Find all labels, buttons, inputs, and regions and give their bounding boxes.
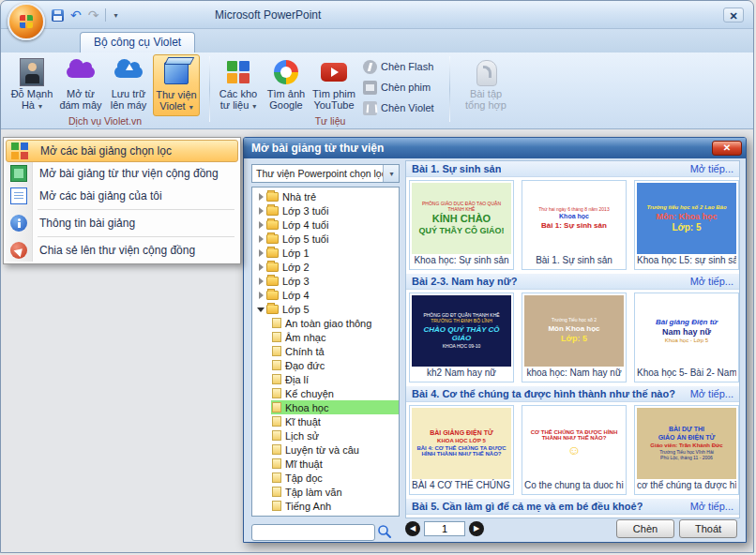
more-link[interactable]: Mở tiếp...: [690, 501, 733, 512]
lesson-thumbnail[interactable]: PHÒNG GIÁO DỤC ĐÀO TẠO QUẬN THANH KHÊKÍN…: [409, 180, 514, 270]
tree-item[interactable]: Tiếng Anh: [252, 499, 399, 513]
tree-item-label: Nhà trẻ: [282, 191, 316, 202]
lesson-thumbnail[interactable]: Thứ hai ngày 6 tháng 8 năm 2013Khoa họcB…: [522, 180, 627, 270]
qat-dropdown-icon[interactable]: ▾: [113, 11, 117, 20]
slide-text: Trường Tiểu học số 2: [552, 318, 597, 323]
tree-item[interactable]: Nhà trẻ: [252, 189, 399, 203]
next-page-button[interactable]: ▶: [469, 521, 484, 536]
collapse-arrow-icon[interactable]: [257, 305, 266, 314]
expand-arrow-icon[interactable]: [257, 192, 266, 202]
tree-item-label: Tiếng Anh: [285, 501, 331, 512]
slide-text: Nam hay nữ: [662, 327, 711, 337]
tree-item[interactable]: Lớp 1: [252, 246, 399, 260]
ribbon-button-violet-library[interactable]: Thư viện Violet ▾: [153, 54, 200, 116]
tab-bo-cong-cu-violet[interactable]: Bộ công cụ Violet: [80, 32, 195, 53]
expand-arrow-icon[interactable]: [257, 262, 266, 272]
tree-item[interactable]: Tập làm văn: [252, 485, 399, 499]
tree-item[interactable]: Kể chuyện: [252, 386, 399, 400]
powerpoint-window: ↶ ↷ ▾ Microsoft PowerPoint ✕ Bộ công cụ …: [0, 0, 754, 553]
menu-item-open-community-library[interactable]: Mở bài giảng từ thư viện cộng đồng: [6, 162, 238, 185]
thumbnail-row: PHÒNG GD-ĐT QUẬN THANH KHÊPHÒNG GIÁO DỤC…: [406, 515, 739, 518]
lesson-thumbnail[interactable]: BÀI GIẢNG ĐIỆN TỬKHOA HỌC LỚP 5BÀI 4: CƠ…: [409, 405, 514, 495]
tree-item[interactable]: Lớp 5: [252, 302, 399, 316]
undo-icon[interactable]: ↶: [70, 8, 82, 22]
exit-button[interactable]: Thoát: [679, 519, 737, 538]
tree-item[interactable]: Lớp 3: [252, 274, 399, 288]
cloud-upload-icon: [114, 67, 143, 78]
dialog-title: Mở bài giảng từ thư viện: [244, 138, 746, 158]
ribbon-button-insert-movie[interactable]: Chèn phim: [363, 78, 444, 97]
ribbon-button-google-images[interactable]: Tìm ảnh Google: [263, 54, 310, 116]
menu-item-open-selected-lessons[interactable]: Mở các bài giảng chọn lọc: [6, 140, 238, 162]
folder-icon: [266, 277, 279, 286]
lesson-thumbnail[interactable]: Bài giảng Điện tửNam hay nữKhoa học - Lớ…: [634, 292, 739, 382]
tree-item[interactable]: Lớp 5 tuổi: [252, 232, 399, 246]
prev-page-button[interactable]: ◀: [405, 521, 420, 536]
folder-icon: [266, 220, 279, 230]
lesson-thumbnail[interactable]: PHÒNG GIÁO DỤC QUẬN THANH KHÊ: [634, 518, 739, 518]
lesson-thumbnail[interactable]: Trường Tiểu học số 2Môn Khoa họcLớp: 5kh…: [522, 292, 627, 382]
button-label: tư liệu: [220, 99, 249, 111]
office-button[interactable]: [8, 3, 45, 40]
tree-item[interactable]: Tập đọc: [252, 471, 399, 485]
ribbon-button-resource-stores[interactable]: Các kho tư liệu ▾: [215, 54, 262, 116]
menu-separator: [38, 236, 234, 237]
lesson-thumbnail[interactable]: CƠ THỂ CHÚNG TA ĐƯỢC HÌNH THÀNH NHƯ THẾ …: [522, 405, 627, 495]
ribbon-button-store-cloud[interactable]: Lưu trữ lên máy: [105, 54, 152, 116]
slide-preview: Bài giảng Điện tửNam hay nữKhoa học - Lớ…: [637, 295, 736, 367]
menu-item-open-my-lessons[interactable]: Mở các bài giảng của tôi: [6, 185, 238, 207]
expand-arrow-icon[interactable]: [257, 206, 266, 216]
insert-button[interactable]: Chèn: [616, 519, 674, 538]
search-input[interactable]: [251, 524, 375, 541]
tree-item[interactable]: Lịch sử: [252, 428, 399, 442]
tree-item[interactable]: Lớp 4 tuổi: [252, 218, 399, 232]
ribbon-button-youtube-search[interactable]: Tìm phim YouTube: [310, 54, 357, 116]
lesson-thumbnail[interactable]: [409, 518, 514, 518]
lesson-thumbnail[interactable]: PHÒNG GD ĐT QUẬN THANH KHÊTRƯỜNG TH ĐINH…: [409, 292, 514, 382]
tree-item[interactable]: Lớp 4: [252, 288, 399, 302]
library-select[interactable]: Thư viện Powerpoint chọn lọc ▾: [251, 164, 400, 183]
desktop: ↶ ↷ ▾ Microsoft PowerPoint ✕ Bộ công cụ …: [0, 0, 756, 555]
slide-text: CHÀO QUÝ THẦY CÔ GIÁO: [414, 325, 509, 342]
search-box: [251, 523, 392, 540]
ribbon-button-open-cloud[interactable]: Mở từ đám mây: [57, 54, 104, 116]
ribbon-button-insert-violet[interactable]: Chèn Violet: [363, 98, 444, 117]
tree-item[interactable]: Khoa học: [252, 400, 399, 414]
page-number-input[interactable]: [424, 521, 465, 536]
tree-item[interactable]: Đạo đức: [252, 358, 399, 372]
slide-text: Thứ hai ngày 6 tháng 8 năm 2013: [538, 207, 609, 213]
lesson-thumbnail[interactable]: Trường tiểu học số 2 Lao BảoMôn: Khoa họ…: [634, 180, 739, 270]
save-icon[interactable]: [52, 9, 64, 22]
menu-item-share-to-community[interactable]: Chia sẻ lên thư viện cộng đồng: [6, 239, 238, 262]
tree-item[interactable]: Luyện từ và câu: [252, 442, 399, 457]
ribbon-button-account[interactable]: Đỗ Mạnh Hà ▾: [8, 54, 55, 116]
more-link[interactable]: Mở tiếp...: [690, 388, 733, 399]
resource-grid-icon: [227, 61, 249, 83]
tree-item[interactable]: Âm nhạc: [252, 330, 399, 344]
search-icon[interactable]: [377, 524, 392, 539]
expand-arrow-icon[interactable]: [257, 220, 266, 230]
menu-item-lesson-info[interactable]: Thông tin bài giảng: [6, 212, 238, 234]
expand-arrow-icon[interactable]: [257, 234, 266, 244]
slide-text: KHOA HỌC 09-10: [443, 344, 481, 350]
expand-arrow-icon[interactable]: [257, 248, 266, 258]
tree-item[interactable]: Kĩ thuật: [252, 414, 399, 428]
lesson-thumbnail[interactable]: PHÒNG GD-ĐT QUẬN THANH KHÊ: [522, 518, 627, 518]
tree-item[interactable]: Mĩ thuật: [252, 457, 399, 471]
folder-icon: [266, 192, 279, 202]
more-link[interactable]: Mở tiếp...: [690, 163, 733, 174]
dialog-close-button[interactable]: ✕: [712, 141, 742, 156]
lesson-thumbnail[interactable]: BÀI DỰ THIGIÁO ÁN ĐIỆN TỬGiáo viên: Trần…: [634, 405, 739, 495]
expand-arrow-icon[interactable]: [257, 277, 266, 286]
tree-item[interactable]: An toàn giao thông: [252, 316, 399, 330]
ribbon-button-insert-flash[interactable]: Chèn Flash: [363, 57, 444, 76]
tree-item[interactable]: Lớp 3 tuổi: [252, 203, 399, 218]
window-close-button[interactable]: ✕: [723, 8, 744, 22]
tree-item[interactable]: Địa lí: [252, 372, 399, 386]
tree-item[interactable]: Lớp 2: [252, 260, 399, 274]
chevron-down-icon[interactable]: ▾: [383, 165, 399, 182]
tree-item[interactable]: Chính tả: [252, 344, 399, 358]
group-separator: [209, 56, 210, 122]
expand-arrow-icon[interactable]: [257, 291, 266, 300]
more-link[interactable]: Mở tiếp...: [690, 276, 733, 287]
